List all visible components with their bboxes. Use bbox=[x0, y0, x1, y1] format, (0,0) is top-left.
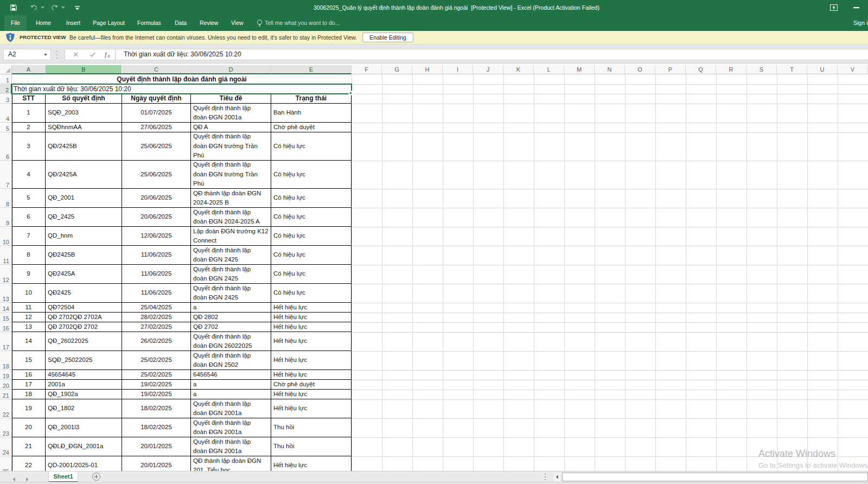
cell-C23[interactable]: 18/02/2025 bbox=[122, 418, 191, 437]
sheet-next-icon[interactable] bbox=[25, 474, 30, 480]
cell-B8[interactable]: QĐ_2001 bbox=[46, 189, 122, 208]
row-header-18[interactable]: 18 bbox=[0, 351, 12, 370]
cell-E22[interactable]: Hết hiệu lực bbox=[271, 399, 352, 418]
row-header-20[interactable]: 20 bbox=[0, 380, 12, 390]
row-header-24[interactable]: 24 bbox=[0, 437, 12, 456]
row-header-12[interactable]: 12 bbox=[0, 265, 12, 284]
hscroll-left-arrow[interactable] bbox=[553, 473, 560, 481]
column-header-N[interactable]: N bbox=[595, 65, 625, 74]
cell-A9[interactable]: 6 bbox=[12, 208, 46, 227]
row-header-17[interactable]: 17 bbox=[0, 332, 12, 351]
cell-C9[interactable]: 20/06/2025 bbox=[122, 208, 191, 227]
cell-D17[interactable]: Quyết định thành lập đoàn ĐGN 26022025 bbox=[191, 332, 271, 351]
undo-dropdown-icon[interactable] bbox=[40, 0, 45, 15]
column-header-P[interactable]: P bbox=[655, 65, 686, 74]
cell-A6[interactable]: 3 bbox=[12, 132, 46, 161]
tab-page-layout[interactable]: Page Layout bbox=[93, 15, 125, 31]
select-all-corner[interactable] bbox=[0, 65, 12, 74]
cell-E17[interactable]: Hết hiệu lực bbox=[271, 332, 352, 351]
cell-E20[interactable]: Chờ phê duyệt bbox=[271, 380, 352, 390]
cell-C18[interactable]: 25/02/2025 bbox=[122, 351, 191, 370]
cell-D9[interactable]: Quyết định thành lập đoàn ĐGN 2024-2025 … bbox=[191, 208, 271, 227]
cell-B10[interactable]: QD_hnm bbox=[46, 227, 122, 246]
cell-B22[interactable]: QĐ_1802 bbox=[46, 399, 122, 418]
column-header-M[interactable]: M bbox=[564, 65, 595, 74]
sheet-title-cell[interactable]: Quyết định thành lập đoàn đánh giá ngoài bbox=[12, 74, 352, 84]
cell-B24[interactable]: QĐLĐ_ĐGN_2001a bbox=[46, 437, 122, 456]
cell-D19[interactable]: 6456546 bbox=[191, 370, 271, 380]
row-header-21[interactable]: 21 bbox=[0, 390, 12, 399]
tab-review[interactable]: Review bbox=[200, 15, 218, 31]
cell-D10[interactable]: Lập đoàn ĐGN trường K12 Connect bbox=[191, 227, 271, 246]
cell-D8[interactable]: QĐ thành lập đoàn ĐGN 2024-2025 B bbox=[191, 189, 271, 208]
cell-E12[interactable]: Có hiệu lực bbox=[271, 265, 352, 284]
row-header-13[interactable]: 13 bbox=[0, 284, 12, 303]
add-sheet-icon[interactable] bbox=[92, 473, 100, 481]
tab-home[interactable]: Home bbox=[36, 15, 51, 31]
name-box-dropdown-icon[interactable] bbox=[44, 54, 47, 56]
cell-D22[interactable]: Quyết định thành lập đoàn ĐGN 2001a bbox=[191, 399, 271, 418]
table-header-2[interactable]: Ngày quyết định bbox=[122, 94, 191, 104]
tab-formulas[interactable]: Formulas bbox=[137, 15, 161, 31]
cell-B4[interactable]: SQĐ_2003 bbox=[46, 104, 122, 123]
cell-C8[interactable]: 20/06/2025 bbox=[122, 189, 191, 208]
cell-B17[interactable]: QĐ_26022025 bbox=[46, 332, 122, 351]
row-header-22[interactable]: 22 bbox=[0, 399, 12, 418]
column-header-R[interactable]: R bbox=[716, 65, 746, 74]
cell-C5[interactable]: 27/06/2025 bbox=[122, 123, 191, 132]
cell-D11[interactable]: Quyết định thành lập đoàn ĐGN 2425 bbox=[191, 246, 271, 265]
column-header-G[interactable]: G bbox=[382, 65, 412, 74]
row-header-19[interactable]: 19 bbox=[0, 370, 12, 380]
tab-data[interactable]: Data bbox=[175, 15, 187, 31]
cell-C21[interactable]: 19/02/2025 bbox=[122, 390, 191, 399]
cell-B11[interactable]: QĐ2425B bbox=[46, 246, 122, 265]
cell-A20[interactable]: 17 bbox=[12, 380, 46, 390]
cell-E18[interactable]: Hết hiệu lực bbox=[271, 351, 352, 370]
cell-D24[interactable]: Quyết định thành lập đoàn ĐGN 2001a bbox=[191, 437, 271, 456]
cell-E11[interactable]: Có hiệu lực bbox=[271, 246, 352, 265]
tab-file[interactable]: File bbox=[4, 15, 27, 31]
cell-E5[interactable]: Chờ phê duyệt bbox=[271, 123, 352, 132]
cell-D5[interactable]: QĐ A bbox=[191, 123, 271, 132]
table-header-0[interactable]: STT bbox=[12, 94, 46, 104]
cell-B20[interactable]: 2001a bbox=[46, 380, 122, 390]
cell-D23[interactable]: Quyết định thành lập đoàn ĐGN 2001a bbox=[191, 418, 271, 437]
cell-B18[interactable]: SQĐ_25022025 bbox=[46, 351, 122, 370]
row-header-1[interactable]: 1 bbox=[0, 74, 12, 84]
cell-D13[interactable]: Quyết định thành lập đoàn ĐGN 2425 bbox=[191, 284, 271, 303]
row-header-8[interactable]: 8 bbox=[0, 189, 12, 208]
cell-E9[interactable]: Có hiệu lực bbox=[271, 208, 352, 227]
cell-C24[interactable]: 20/01/2025 bbox=[122, 437, 191, 456]
tab-scroll-splitter[interactable] bbox=[545, 474, 547, 480]
name-box[interactable]: A2 bbox=[3, 49, 51, 60]
sheet-tab-sheet1[interactable]: Sheet1 bbox=[48, 472, 78, 482]
cell-C13[interactable]: 11/06/2025 bbox=[122, 284, 191, 303]
cell-C17[interactable]: 26/02/2025 bbox=[122, 332, 191, 351]
row-header-15[interactable]: 15 bbox=[0, 313, 12, 322]
cell-E14[interactable]: Hết hiệu lực bbox=[271, 303, 352, 313]
hscroll-thumb[interactable] bbox=[562, 473, 868, 481]
cell-A19[interactable]: 16 bbox=[12, 370, 46, 380]
cell-B13[interactable]: QĐ2425 bbox=[46, 284, 122, 303]
cell-B14[interactable]: QĐ?2504 bbox=[46, 303, 122, 313]
formula-bar[interactable]: Thời gian xuất dữ liệu: 30/06/2025 10:20 bbox=[116, 49, 868, 60]
cell-E4[interactable]: Ban Hành bbox=[271, 104, 352, 123]
column-header-I[interactable]: I bbox=[443, 65, 473, 74]
cell-C15[interactable]: 28/02/2025 bbox=[122, 313, 191, 322]
enable-editing-button[interactable]: Enable Editing bbox=[362, 33, 413, 42]
cell-D7[interactable]: Quyết định thành lập đoàn ĐGN trường Trầ… bbox=[191, 161, 271, 189]
cell-A18[interactable]: 15 bbox=[12, 351, 46, 370]
column-header-U[interactable]: U bbox=[807, 65, 838, 74]
minimize-icon[interactable] bbox=[852, 0, 860, 15]
column-header-F[interactable]: F bbox=[352, 65, 382, 74]
cell-A17[interactable]: 14 bbox=[12, 332, 46, 351]
cell-A21[interactable]: 18 bbox=[12, 390, 46, 399]
cell-C16[interactable]: 27/02/2025 bbox=[122, 322, 191, 332]
save-icon[interactable] bbox=[10, 0, 17, 15]
cell-B9[interactable]: QĐ_2425 bbox=[46, 208, 122, 227]
cell-E13[interactable]: Có hiệu lực bbox=[271, 284, 352, 303]
row-header-4[interactable]: 4 bbox=[0, 104, 12, 123]
table-header-4[interactable]: Trạng thái bbox=[271, 94, 352, 104]
fill-handle[interactable] bbox=[349, 92, 352, 94]
column-header-E[interactable]: E bbox=[271, 65, 352, 74]
